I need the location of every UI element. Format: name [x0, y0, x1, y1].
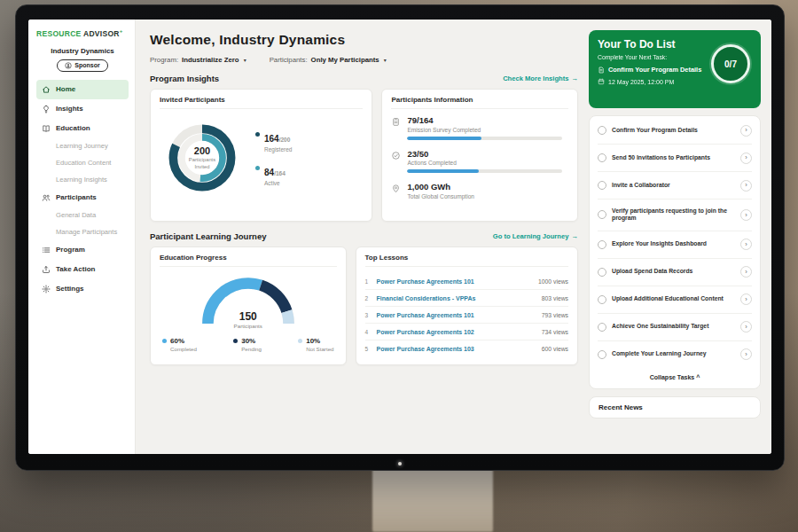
card-title: Participants Information — [391, 96, 568, 109]
chevron-right-icon[interactable]: › — [740, 180, 752, 192]
sidebar-item-insights[interactable]: Insights — [36, 99, 129, 119]
org-name: Industry Dynamics — [36, 47, 129, 55]
card-title: Top Lessons — [365, 254, 568, 267]
task-row[interactable]: Upload Spend Data Records › — [598, 259, 752, 286]
task-row[interactable]: Send 50 Invitations to Participants › — [598, 145, 752, 172]
recent-news-card: Recent News — [589, 396, 761, 419]
sidebar-item-education[interactable]: Education — [36, 119, 129, 138]
task-row[interactable]: Verify participants requesting to join t… — [598, 200, 752, 231]
chevron-right-icon[interactable]: › — [740, 239, 752, 250]
sidebar-item-learning-journey[interactable]: Learning Journey — [36, 138, 129, 155]
legend-dot — [162, 339, 167, 343]
sidebar-item-participants[interactable]: Participants — [36, 188, 129, 207]
chevron-right-icon[interactable]: › — [740, 348, 752, 360]
legend-dot — [255, 132, 260, 137]
task-row[interactable]: Complete Your Learning Journey › — [598, 341, 752, 368]
chevron-right-icon[interactable]: › — [740, 321, 752, 332]
task-label: Complete Your Learning Journey — [612, 350, 735, 358]
lesson-link[interactable]: Power Purchase Agreements 102 — [377, 329, 536, 335]
sidebar-item-take-action[interactable]: Take Action — [36, 260, 129, 279]
task-label: Invite a Collaborator — [612, 182, 735, 190]
info-value: 79/164 — [407, 115, 568, 125]
chevron-down-icon: ▾ — [384, 57, 387, 63]
task-row[interactable]: Achieve One Sustainability Target › — [598, 314, 752, 341]
task-checkbox[interactable] — [598, 240, 606, 249]
lesson-link[interactable]: Financial Considerations - VPPAs — [377, 295, 536, 301]
sidebar-item-settings[interactable]: Settings — [36, 279, 129, 299]
sidebar-item-manage-participants[interactable]: Manage Participants — [36, 223, 129, 240]
chevron-right-icon[interactable]: › — [740, 266, 752, 278]
lesson-row[interactable]: 2 Financial Considerations - VPPAs 803 v… — [365, 290, 568, 307]
education-gauge-chart: 150 Participants — [198, 273, 299, 330]
todo-next-task-label: Confirm Your Program Details — [608, 66, 701, 74]
collapse-tasks-link[interactable]: Collapse Tasks ^ — [598, 368, 752, 387]
task-row[interactable]: Confirm Your Program Details › — [598, 117, 752, 145]
logo-advisor: ADVISOR — [83, 29, 120, 38]
task-checkbox[interactable] — [598, 295, 606, 304]
todo-progress-value: 0/7 — [724, 59, 737, 69]
filter-value: Only My Participants — [311, 56, 379, 64]
task-row[interactable]: Explore Your Insights Dashboard › — [598, 231, 752, 259]
task-checkbox[interactable] — [598, 323, 606, 332]
legend-pct: 60% — [170, 337, 184, 345]
todo-next-task[interactable]: Confirm Your Program Details — [598, 66, 708, 74]
sidebar: RESOURCE ADVISOR+ Industry Dynamics Spon… — [28, 20, 136, 454]
legend-total: /164 — [274, 170, 286, 176]
task-checkbox[interactable] — [598, 210, 606, 219]
task-label: Confirm Your Program Details — [612, 127, 735, 135]
lesson-link[interactable]: Power Purchase Agreements 103 — [377, 346, 536, 352]
lesson-row[interactable]: 1 Power Purchase Agreements 101 1000 vie… — [365, 273, 568, 290]
chevron-right-icon[interactable]: › — [740, 153, 752, 164]
monitor-stand — [372, 468, 493, 532]
task-row[interactable]: Upload Additional Educational Content › — [598, 286, 752, 314]
card-title: Invited Participants — [160, 96, 363, 109]
sidebar-nav: Home Insights Education Learning Journey — [36, 80, 129, 299]
chevron-right-icon[interactable]: › — [740, 125, 752, 137]
lesson-rank: 3 — [365, 312, 372, 318]
task-checkbox[interactable] — [598, 153, 606, 162]
desk-background: RESOURCE ADVISOR+ Industry Dynamics Spon… — [0, 0, 798, 532]
task-checkbox[interactable] — [598, 126, 606, 135]
link-label: Go to Learning Journey — [493, 232, 569, 240]
lesson-row[interactable]: 4 Power Purchase Agreements 102 734 view… — [365, 324, 568, 340]
task-checkbox[interactable] — [598, 268, 606, 277]
sidebar-item-home[interactable]: Home — [36, 80, 129, 99]
lesson-link[interactable]: Power Purchase Agreements 101 — [377, 312, 536, 318]
lesson-row[interactable]: 5 Power Purchase Agreements 103 600 view… — [365, 340, 568, 356]
person-icon — [65, 62, 72, 69]
sidebar-item-learning-insights[interactable]: Learning Insights — [36, 171, 129, 188]
lesson-views: 793 views — [542, 312, 568, 318]
lesson-link[interactable]: Power Purchase Agreements 101 — [377, 278, 533, 285]
sidebar-item-general-data[interactable]: General Data — [36, 207, 129, 224]
task-row[interactable]: Invite a Collaborator › — [598, 172, 752, 200]
list-icon — [42, 246, 51, 254]
progress-fill-0 — [407, 137, 481, 140]
filter-bar: Program: Industrialize Zero ▾ Participan… — [150, 56, 578, 64]
center-column: Welcome, Industry Dynamics Program: Indu… — [136, 20, 589, 454]
logo-resource: RESOURCE — [36, 29, 82, 38]
chevron-right-icon[interactable]: › — [740, 293, 752, 305]
logo-plus: + — [120, 28, 123, 34]
page-title: Welcome, Industry Dynamics — [150, 32, 578, 48]
lesson-row[interactable]: 3 Power Purchase Agreements 101 793 view… — [365, 307, 568, 324]
sidebar-item-education-content[interactable]: Education Content — [36, 154, 129, 171]
participants-filter-dropdown[interactable]: Participants: Only My Participants ▾ — [270, 56, 387, 64]
nav-label: Manage Participants — [56, 229, 117, 236]
sidebar-item-program[interactable]: Program — [36, 240, 129, 260]
progress-bar — [407, 169, 561, 173]
info-label: Emission Survey Completed — [407, 127, 568, 133]
power-led — [398, 462, 402, 466]
task-checkbox[interactable] — [598, 350, 606, 359]
recent-news-title: Recent News — [598, 403, 751, 411]
calendar-icon — [598, 78, 605, 85]
program-filter-dropdown[interactable]: Program: Industrialize Zero ▾ — [150, 56, 246, 64]
task-checkbox[interactable] — [598, 181, 606, 190]
check-more-insights-link[interactable]: Check More Insights → — [503, 74, 578, 82]
nav-label: Settings — [56, 286, 84, 293]
info-value: 23/50 — [407, 149, 568, 159]
nav-label: General Data — [56, 212, 96, 219]
go-to-learning-journey-link[interactable]: Go to Learning Journey → — [493, 232, 578, 240]
chevron-right-icon[interactable]: › — [740, 209, 752, 221]
sponsor-badge[interactable]: Sponsor — [57, 59, 107, 72]
todo-due-label: 12 May 2025, 12:00 PM — [608, 79, 674, 85]
